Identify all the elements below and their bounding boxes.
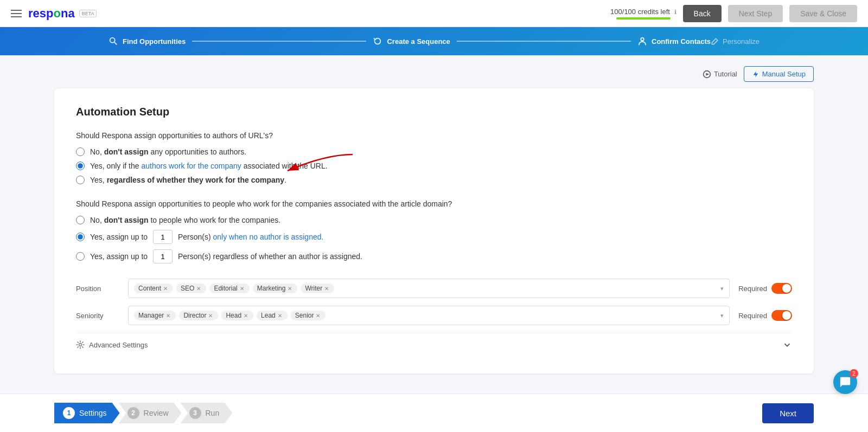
tag-editorial-close[interactable]: ✕ <box>240 286 245 291</box>
tag-writer: Writer ✕ <box>301 283 334 293</box>
q1-option-yes-regardless: Yes, regardless of whether they work for… <box>76 176 792 184</box>
tag-manager-close[interactable]: ✕ <box>166 313 171 318</box>
progress-steps: Find Opportunities Create a Sequence Con… <box>108 36 760 46</box>
cycle-icon <box>373 36 382 46</box>
chevron-down-icon <box>782 340 792 350</box>
credits-info: 100/100 credits left ℹ <box>610 8 676 20</box>
tag-director: Director ✕ <box>179 311 218 320</box>
progress-line-1 <box>192 41 366 42</box>
tag-writer-close[interactable]: ✕ <box>324 286 330 291</box>
q2-radio-no[interactable] <box>76 216 85 224</box>
advanced-settings-left: Advanced Settings <box>76 340 148 349</box>
q1-label-yes-regardless[interactable]: Yes, regardless of whether they work for… <box>90 176 286 184</box>
beta-badge: BETA <box>79 10 97 17</box>
credits-bar <box>616 17 671 20</box>
manual-setup-button[interactable]: Manual Setup <box>744 66 814 82</box>
person-icon <box>637 36 647 46</box>
tutorial-label: Tutorial <box>714 70 737 78</box>
steps-nav: 1 Settings 2 Review 3 Run <box>54 403 232 422</box>
position-required: Required <box>738 283 792 294</box>
red-arrow-annotation <box>271 152 358 184</box>
q2-label-yes-regardless[interactable]: Yes, assign up to Person(s) regardless o… <box>90 249 362 263</box>
seniority-required-toggle[interactable] <box>771 310 792 321</box>
q1-label-no[interactable]: No, don't assign any opportunities to au… <box>90 147 246 156</box>
hamburger-menu[interactable] <box>11 10 22 17</box>
advanced-settings-row[interactable]: Advanced Settings <box>76 333 792 356</box>
q2-label-no[interactable]: No, don't assign to people who work for … <box>90 216 280 224</box>
personalize-label: Personalize <box>723 37 760 46</box>
search-icon <box>108 36 118 46</box>
seniority-dropdown-arrow: ▾ <box>720 312 724 319</box>
q2-num-input-1[interactable] <box>153 230 173 244</box>
progress-line-2 <box>457 41 631 42</box>
step3-label: Run <box>206 409 220 417</box>
tag-lead-close[interactable]: ✕ <box>278 313 283 318</box>
position-label: Position <box>76 285 119 293</box>
automation-setup-card: Automation Setup Should Respona assign o… <box>54 88 814 373</box>
position-toggle-knob <box>782 284 791 293</box>
save-close-button[interactable]: Save & Close <box>789 5 857 22</box>
q2-num-input-2[interactable] <box>153 249 173 263</box>
q2-no-bold: don't assign <box>104 216 149 224</box>
step1-circle: 1 <box>63 407 75 419</box>
step2-label: Create a Sequence <box>387 37 450 46</box>
chat-bubble[interactable]: 2 <box>833 370 857 394</box>
tag-content-close[interactable]: ✕ <box>163 286 169 291</box>
footer-step-review[interactable]: 2 Review <box>119 403 182 422</box>
footer-step-run[interactable]: 3 Run <box>181 403 233 422</box>
card-title: Automation Setup <box>76 106 792 118</box>
progress-step-confirm-contacts[interactable]: Confirm Contacts <box>637 36 711 46</box>
q2-radio-yes-no-author[interactable] <box>76 233 85 241</box>
q1-regardless-bold: regardless of whether they work for the … <box>107 176 285 184</box>
q1-option-yes-company: Yes, only if the authors work for the co… <box>76 162 792 170</box>
question2-text: Should Respona assign opportunities to p… <box>76 199 792 208</box>
progress-step-create-sequence[interactable]: Create a Sequence <box>373 36 450 46</box>
tag-marketing-close[interactable]: ✕ <box>288 286 293 291</box>
q2-option-no: No, don't assign to people who work for … <box>76 216 792 224</box>
progress-step-find-opportunities[interactable]: Find Opportunities <box>108 36 186 46</box>
position-required-toggle[interactable] <box>771 283 792 294</box>
seniority-required-label: Required <box>738 312 767 320</box>
seniority-tags: Manager ✕ Director ✕ Head ✕ Lead ✕ Senio… <box>134 311 717 320</box>
tag-lead: Lead ✕ <box>257 311 288 320</box>
q2-label-yes-no-author[interactable]: Yes, assign up to Person(s) only when no… <box>90 230 323 244</box>
back-button[interactable]: Back <box>683 5 722 22</box>
tag-director-close[interactable]: ✕ <box>208 313 214 318</box>
logo-text: respona <box>28 7 75 21</box>
tag-manager: Manager ✕ <box>134 311 176 320</box>
q1-radio-no[interactable] <box>76 147 85 156</box>
seniority-row: Seniority Manager ✕ Director ✕ Head ✕ Le… <box>76 306 792 325</box>
tag-seo: SEO ✕ <box>176 283 206 293</box>
q2-option-yes-no-author: Yes, assign up to Person(s) only when no… <box>76 230 792 244</box>
tag-senior-close[interactable]: ✕ <box>316 313 321 318</box>
svg-marker-5 <box>754 71 758 77</box>
q1-radio-yes-regardless[interactable] <box>76 176 85 184</box>
next-button[interactable]: Next <box>762 403 814 423</box>
section-question1: Should Respona assign opportunities to a… <box>76 131 792 184</box>
tag-seo-close[interactable]: ✕ <box>196 286 202 291</box>
footer-step-settings[interactable]: 1 Settings <box>54 403 120 422</box>
header-right: 100/100 credits left ℹ Back Next Step Sa… <box>610 5 857 22</box>
credits-text: 100/100 credits left ℹ <box>610 8 676 16</box>
edit-icon <box>711 37 719 46</box>
progress-step-personalize[interactable]: Personalize <box>711 37 760 46</box>
position-row: Position Content ✕ SEO ✕ Editorial ✕ Mar… <box>76 279 792 298</box>
chat-icon <box>839 376 851 388</box>
tutorial-button[interactable]: Tutorial <box>703 70 737 79</box>
gear-icon <box>76 340 85 349</box>
advanced-settings-label: Advanced Settings <box>89 341 148 349</box>
tag-content: Content ✕ <box>134 283 173 293</box>
credits-help-icon[interactable]: ℹ <box>674 9 676 15</box>
position-tags: Content ✕ SEO ✕ Editorial ✕ Marketing ✕ … <box>134 283 717 293</box>
play-icon <box>703 70 711 79</box>
q1-radio-yes-company[interactable] <box>76 162 85 170</box>
seniority-select[interactable]: Manager ✕ Director ✕ Head ✕ Lead ✕ Senio… <box>128 306 730 325</box>
chat-badge: 2 <box>850 369 858 378</box>
svg-line-1 <box>114 42 117 45</box>
position-select[interactable]: Content ✕ SEO ✕ Editorial ✕ Marketing ✕ … <box>128 279 730 298</box>
seniority-required: Required <box>738 310 792 321</box>
q2-option-yes-regardless: Yes, assign up to Person(s) regardless o… <box>76 249 792 263</box>
q2-radio-yes-regardless[interactable] <box>76 252 85 261</box>
tag-head-close[interactable]: ✕ <box>244 313 249 318</box>
next-step-button[interactable]: Next Step <box>728 5 783 22</box>
